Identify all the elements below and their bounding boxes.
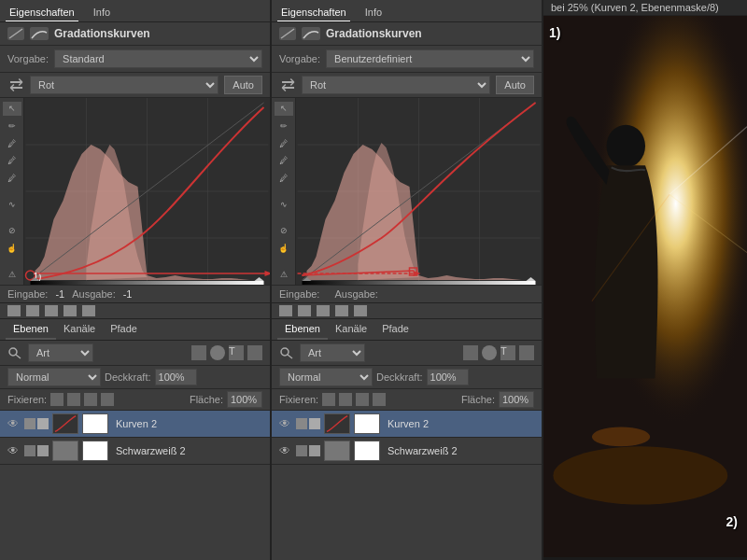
tool-finger[interactable]: ☝ [3, 241, 21, 255]
right-panel: Eigenschaften Info Gradationskurven Vorg… [272, 0, 543, 560]
left-fix-icon3[interactable] [84, 393, 97, 406]
right-fix-icon2[interactable] [339, 393, 352, 406]
right-blend-select[interactable]: Normal [279, 368, 373, 386]
left-vorgabe-select[interactable]: Standard [54, 49, 262, 68]
left-layer-link-icon [37, 418, 49, 429]
right-bottom-icons [272, 302, 542, 318]
left-icon-redo[interactable] [45, 305, 58, 316]
right-layer-row-1[interactable]: 👁 Kurven 2 [272, 411, 542, 438]
tool-wave[interactable]: ∿ [3, 198, 21, 212]
left-tb-icon3[interactable]: T [229, 345, 244, 360]
photo-label-1: 1) [549, 25, 560, 40]
right-tool-wave[interactable]: ∿ [275, 198, 293, 212]
right-channel-select[interactable]: Rot [302, 76, 490, 94]
right-layer-mask-1 [354, 413, 380, 434]
right-tool-pointer[interactable]: ↖ [275, 102, 293, 116]
right-tool-eyedropper3[interactable]: 🖉 [275, 172, 293, 186]
left-art-select[interactable]: Art [28, 343, 93, 362]
left-bottom-icons [0, 302, 270, 318]
right-layers-tabs: Ebenen Kanäle Pfade [272, 319, 542, 341]
left-icon-eye[interactable] [63, 305, 77, 316]
right-icon-eye[interactable] [335, 305, 348, 316]
tool-pointer[interactable]: ↖ [3, 102, 21, 116]
left-fix-row: Fixieren: Fläche: [0, 389, 270, 411]
left-tools-sidebar: ↖ ✏ 🖉 🖉 🖉 ∿ ⊘ ☝ ⚠ [0, 98, 24, 285]
right-art-select[interactable]: Art [300, 343, 365, 362]
tool-eyedropper2[interactable]: 🖉 [3, 154, 21, 168]
left-fix-icon1[interactable] [50, 393, 63, 406]
left-auto-button[interactable]: Auto [224, 76, 262, 94]
photo-content: 1) 2) [543, 16, 747, 557]
right-icon-clip[interactable] [279, 305, 292, 316]
svg-point-25 [606, 125, 645, 168]
right-fix-icon1[interactable] [322, 393, 335, 406]
right-layer-thumb-2 [324, 441, 350, 461]
photo-title-bar: bei 25% (Kurven 2, Ebenenmaske/8) [543, 0, 747, 16]
left-tab-info[interactable]: Info [90, 4, 114, 21]
right-fix-icon4[interactable] [373, 393, 386, 406]
left-layers-tab-kanaele[interactable]: Kanäle [56, 319, 103, 340]
left-blend-select[interactable]: Normal [7, 368, 101, 386]
right-tool-warning[interactable]: ⚠ [275, 267, 293, 281]
right-layers-tab-pfade[interactable]: Pfade [374, 319, 416, 340]
right-auto-button[interactable]: Auto [496, 76, 534, 94]
right-tool-finger[interactable]: ☝ [275, 241, 293, 255]
right-deckkraft-input[interactable] [427, 369, 469, 385]
left-tb-icon2[interactable] [210, 345, 225, 360]
right-eye-icon-2[interactable]: 👁 [277, 443, 292, 458]
right-icon-delete[interactable] [354, 305, 367, 316]
left-deckkraft-input[interactable] [155, 369, 197, 385]
right-icon-redo[interactable] [317, 305, 330, 316]
left-fix-icon4[interactable] [101, 393, 114, 406]
right-grad-title: Gradationskurven [326, 27, 422, 40]
right-layers-tab-ebenen[interactable]: Ebenen [277, 319, 328, 340]
left-eye-icon-1[interactable]: 👁 [6, 416, 21, 431]
tool-warning[interactable]: ⚠ [3, 267, 21, 281]
left-highlight-handle[interactable] [255, 277, 264, 281]
left-layers-tab-pfade[interactable]: Pfade [103, 319, 145, 340]
right-vorgabe-select[interactable]: Benutzerdefiniert [326, 49, 534, 68]
right-tab-eigenschaften[interactable]: Eigenschaften [277, 4, 350, 21]
right-flaeche-input[interactable] [499, 391, 534, 408]
right-layers-tab-kanaele[interactable]: Kanäle [328, 319, 374, 340]
left-icon-undo[interactable] [26, 305, 39, 316]
left-icon-clip[interactable] [7, 305, 21, 316]
right-channel-row: ⇄ Rot Auto [272, 73, 542, 98]
right-tb-icon3[interactable]: T [500, 345, 515, 360]
right-tb-icon4[interactable] [519, 345, 534, 360]
left-flaeche-input[interactable] [227, 391, 262, 408]
svg-point-9 [9, 348, 17, 356]
left-tab-eigenschaften[interactable]: Eigenschaften [6, 4, 78, 21]
left-tb-icon4[interactable] [247, 345, 262, 360]
left-channel-select[interactable]: Rot [30, 76, 218, 94]
right-tb-icon1[interactable] [463, 345, 478, 360]
right-deckkraft-label: Deckkraft: [376, 371, 423, 383]
left-flaeche-label: Fläche: [190, 394, 223, 405]
left-eye-icon-2[interactable]: 👁 [6, 443, 21, 458]
right-layer-row-2[interactable]: 👁 Schwarzweiß 2 [272, 438, 542, 465]
left-layers-tabs: Ebenen Kanäle Pfade [0, 319, 270, 341]
left-layer-row-2[interactable]: 👁 Schwarzweiß 2 [0, 438, 270, 465]
right-tool-pencil[interactable]: ✏ [275, 119, 293, 133]
right-icon-undo[interactable] [298, 305, 311, 316]
right-tool-brush[interactable]: ⊘ [275, 224, 293, 238]
tool-pencil[interactable]: ✏ [3, 119, 21, 133]
left-icon-delete[interactable] [82, 305, 95, 316]
right-tool-eyedropper1[interactable]: 🖉 [275, 136, 293, 150]
right-fix-icon3[interactable] [356, 393, 369, 406]
right-highlight-handle[interactable] [527, 277, 536, 281]
right-vorgabe-label: Vorgabe: [279, 53, 320, 64]
photo-panel: bei 25% (Kurven 2, Ebenenmaske/8) [543, 0, 747, 560]
left-layer-row-1[interactable]: 👁 Kurven 2 [0, 411, 270, 438]
left-tb-icon1[interactable] [191, 345, 206, 360]
tool-brush[interactable]: ⊘ [3, 224, 21, 238]
right-tool-eyedropper2[interactable]: 🖉 [275, 154, 293, 168]
right-tb-icon2[interactable] [482, 345, 497, 360]
left-fix-icon2[interactable] [67, 393, 80, 406]
tool-eyedropper3[interactable]: 🖉 [3, 172, 21, 186]
left-layers-tab-ebenen[interactable]: Ebenen [6, 319, 56, 340]
tool-eyedropper1[interactable]: 🖉 [3, 136, 21, 150]
right-tab-info[interactable]: Info [361, 4, 386, 21]
curves-mode-icon [30, 27, 49, 40]
right-eye-icon-1[interactable]: 👁 [277, 416, 292, 431]
